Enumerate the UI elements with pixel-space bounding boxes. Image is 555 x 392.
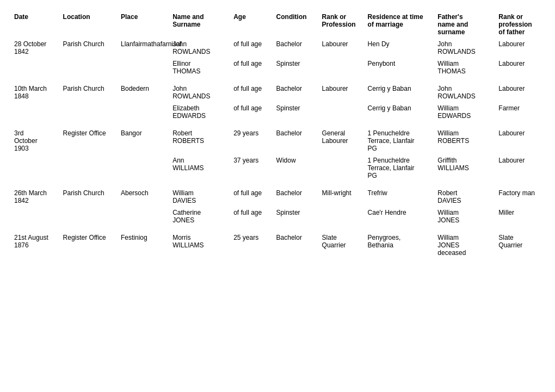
cell-father-name: William JONES [434, 207, 495, 226]
cell-residence: Cae'r Hendre [365, 207, 435, 226]
cell-name: John ROWLANDS [169, 77, 230, 102]
header-residence: Residence at time of marriage [365, 11, 435, 38]
table-row: 10th March 1848Parish ChurchBodedernJohn… [11, 77, 544, 102]
cell-father-name: Griffith WILLIAMS [434, 154, 495, 182]
table-header: Date Location Place Name and Surname Age… [11, 11, 544, 38]
table-row: Catherine JONESof full ageSpinsterCae'r … [11, 207, 544, 226]
cell-name: Ann WILLIAMS [169, 154, 230, 182]
cell-father-rank: Labourer [495, 58, 544, 77]
cell-age: 25 years [230, 226, 273, 259]
cell-place: Bangor [118, 122, 169, 154]
cell-place: Abersoch [118, 182, 169, 207]
cell-father-name: William EDWARDS [434, 102, 495, 122]
cell-location [60, 102, 118, 122]
cell-father-rank: Labourer [495, 38, 544, 58]
cell-date [11, 154, 60, 182]
table-row: Ann WILLIAMS37 yearsWidow1 Penucheldre T… [11, 154, 544, 182]
cell-father-rank: Farmer [495, 102, 544, 122]
cell-age: of full age [230, 58, 273, 77]
cell-place [118, 102, 169, 122]
cell-place: Llanfairmathafarnisaf [118, 38, 169, 58]
cell-place: Bodedern [118, 77, 169, 102]
cell-location: Register Office [60, 122, 118, 154]
cell-rank [319, 102, 365, 122]
table-row: 26th March 1842Parish ChurchAbersochWill… [11, 182, 544, 207]
header-father-rank: Rank or profession of father [495, 11, 544, 38]
cell-rank [319, 207, 365, 226]
cell-name: Catherine JONES [169, 207, 230, 226]
cell-location [60, 58, 118, 77]
cell-date: 28 October 1842 [11, 38, 60, 58]
cell-name: Ellinor THOMAS [169, 58, 230, 77]
cell-residence: 1 Penucheldre Terrace, Llanfair PG [365, 154, 435, 182]
cell-name: John ROWLANDS [169, 38, 230, 58]
header-name: Name and Surname [169, 11, 230, 38]
cell-condition: Spinster [273, 207, 319, 226]
cell-condition: Spinster [273, 58, 319, 77]
header-rank: Rank or Profession [319, 11, 365, 38]
cell-location: Register Office [60, 226, 118, 259]
cell-place [118, 154, 169, 182]
cell-residence: 1 Penucheldre Terrace, Llanfair PG [365, 122, 435, 154]
cell-date [11, 102, 60, 122]
table-row: Elizabeth EDWARDSof full ageSpinsterCerr… [11, 102, 544, 122]
cell-condition: Spinster [273, 102, 319, 122]
cell-age: of full age [230, 102, 273, 122]
cell-age: of full age [230, 77, 273, 102]
cell-father-name: John ROWLANDS [434, 38, 495, 58]
cell-residence: Hen Dy [365, 38, 435, 58]
cell-place: Festiniog [118, 226, 169, 259]
cell-rank [319, 154, 365, 182]
table-row: 28 October 1842Parish ChurchLlanfairmath… [11, 38, 544, 58]
cell-age: of full age [230, 38, 273, 58]
cell-father-rank: Factory man [495, 182, 544, 207]
cell-rank [319, 58, 365, 77]
cell-father-name: John ROWLANDS [434, 77, 495, 102]
marriage-register-table: Date Location Place Name and Surname Age… [11, 11, 544, 259]
cell-age: of full age [230, 182, 273, 207]
cell-residence: Cerrig y Baban [365, 77, 435, 102]
cell-condition: Widow [273, 154, 319, 182]
cell-age: of full age [230, 207, 273, 226]
cell-date: 21st August 1876 [11, 226, 60, 259]
cell-rank: Mill-wright [319, 182, 365, 207]
cell-condition: Bachelor [273, 182, 319, 207]
cell-father-name: William THOMAS [434, 58, 495, 77]
cell-residence: Penybont [365, 58, 435, 77]
cell-name: Robert ROBERTS [169, 122, 230, 154]
cell-rank: Labourer [319, 77, 365, 102]
table-row: Ellinor THOMASof full ageSpinsterPenybon… [11, 58, 544, 77]
cell-location [60, 207, 118, 226]
cell-date: 26th March 1842 [11, 182, 60, 207]
cell-rank: Labourer [319, 38, 365, 58]
cell-date [11, 207, 60, 226]
cell-condition: Bachelor [273, 38, 319, 58]
cell-location: Parish Church [60, 182, 118, 207]
cell-place [118, 58, 169, 77]
cell-date: 10th March 1848 [11, 77, 60, 102]
cell-father-name: Robert DAVIES [434, 182, 495, 207]
cell-rank: General Labourer [319, 122, 365, 154]
cell-residence: Cerrig y Baban [365, 102, 435, 122]
cell-name: William DAVIES [169, 182, 230, 207]
cell-residence: Trefriw [365, 182, 435, 207]
header-location: Location [60, 11, 118, 38]
cell-location: Parish Church [60, 77, 118, 102]
cell-age: 37 years [230, 154, 273, 182]
header-date: Date [11, 11, 60, 38]
cell-place [118, 207, 169, 226]
cell-rank: Slate Quarrier [319, 226, 365, 259]
cell-age: 29 years [230, 122, 273, 154]
cell-father-rank: Labourer [495, 122, 544, 154]
cell-condition: Bachelor [273, 122, 319, 154]
cell-father-rank: Labourer [495, 154, 544, 182]
cell-father-name: William JONES deceased [434, 226, 495, 259]
table-row: 3rd October 1903Register OfficeBangorRob… [11, 122, 544, 154]
cell-location [60, 154, 118, 182]
header-condition: Condition [273, 11, 319, 38]
cell-date: 3rd October 1903 [11, 122, 60, 154]
cell-name: Elizabeth EDWARDS [169, 102, 230, 122]
cell-residence: Penygroes, Bethania [365, 226, 435, 259]
table-row: 21st August 1876Register OfficeFestiniog… [11, 226, 544, 259]
cell-location: Parish Church [60, 38, 118, 58]
